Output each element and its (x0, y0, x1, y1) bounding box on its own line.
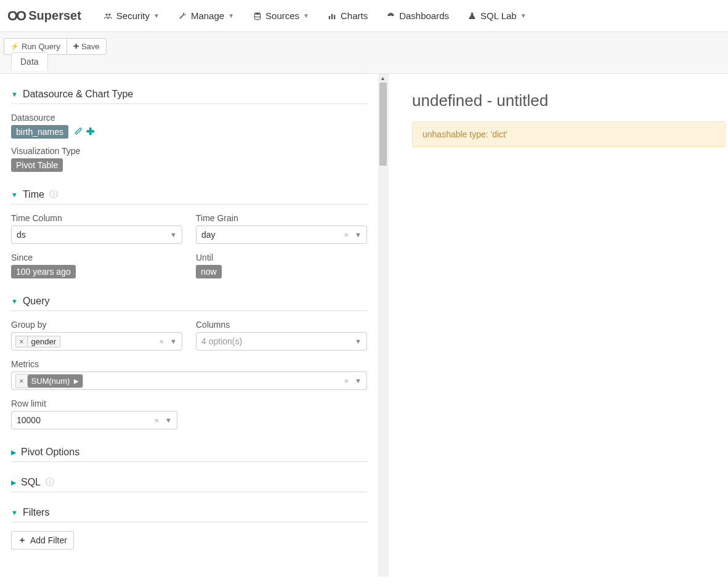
groupby-value: gender (28, 336, 60, 347)
tab-data-label: Data (20, 57, 39, 67)
chevron-down-icon[interactable]: ▼ (354, 231, 363, 238)
brand-logo-icon: OO (7, 8, 25, 24)
clear-icon[interactable]: × (342, 376, 352, 386)
navbar: OO Superset Security ▼ Manage ▼ Sources … (0, 0, 728, 32)
chevron-down-icon[interactable]: ▼ (354, 338, 363, 345)
section-pivot-title: Pivot Options (21, 447, 79, 458)
remove-tag-icon[interactable]: × (16, 376, 28, 386)
plus-icon: ＋ (18, 535, 26, 546)
edit-datasource-icon[interactable] (75, 127, 85, 137)
clear-icon[interactable]: × (342, 230, 352, 240)
error-alert: unhashable type: 'dict' (412, 121, 726, 147)
nav-charts-label: Charts (341, 10, 368, 21)
groupby-tag: × gender (15, 336, 60, 347)
metrics-select[interactable]: × SUM(num) ▶ × ▼ (11, 371, 367, 390)
nav-sqllab[interactable]: SQL Lab ▼ (460, 7, 534, 25)
columns-select[interactable]: 4 option(s) ▼ (196, 332, 367, 351)
run-query-label: Run Query (22, 42, 60, 51)
svg-rect-4 (331, 14, 333, 19)
section-datasource-header[interactable]: ▼ Datasource & Chart Type (11, 83, 367, 104)
datasource-value: birth_names (16, 127, 63, 137)
section-sql-header[interactable]: ▶ SQL ⓘ (11, 471, 367, 492)
section-datasource-title: Datasource & Chart Type (23, 89, 133, 100)
metric-badge[interactable]: SUM(num) ▶ (28, 375, 83, 387)
save-label: Save (81, 42, 100, 51)
until-value: now (201, 267, 217, 277)
until-badge[interactable]: now (196, 265, 222, 278)
tab-row: Data (11, 52, 367, 70)
nav-manage[interactable]: Manage ▼ (171, 7, 241, 25)
viz-type-label: Visualization Type (11, 146, 367, 156)
nav-sqllab-label: SQL Lab (480, 10, 517, 21)
scroll-thumb[interactable] (379, 83, 387, 166)
nav-charts[interactable]: Charts (320, 7, 375, 25)
tab-data[interactable]: Data (11, 52, 48, 71)
error-message: unhashable type: 'dict' (423, 129, 508, 139)
since-value: 100 years ago (16, 267, 71, 277)
scrollbar[interactable]: ▲ (378, 74, 388, 577)
add-filter-button[interactable]: ＋ Add Filter (11, 531, 74, 550)
nav-dashboards[interactable]: Dashboards (379, 7, 456, 25)
chevron-down-icon: ▼ (520, 12, 527, 19)
section-time-header[interactable]: ▼ Time ⓘ (11, 183, 367, 205)
svg-point-6 (390, 15, 392, 16)
viz-type-value: Pivot Table (16, 160, 58, 170)
caret-down-icon: ▼ (11, 298, 18, 305)
chevron-down-icon[interactable]: ▼ (169, 231, 178, 238)
section-time-body: Time Column ds ▼ Time Grain day × ▼ (11, 205, 367, 281)
caret-down-icon: ▼ (11, 191, 18, 198)
add-datasource-icon[interactable]: ✚ (86, 126, 94, 137)
nav-security[interactable]: Security ▼ (96, 7, 167, 25)
chevron-down-icon[interactable]: ▼ (164, 416, 173, 424)
section-time-title: Time (23, 189, 44, 200)
section-filters-title: Filters (23, 507, 50, 518)
since-badge[interactable]: 100 years ago (11, 265, 76, 278)
section-query-title: Query (23, 296, 50, 307)
section-filters-body: ＋ Add Filter (11, 522, 367, 552)
groupby-select[interactable]: × gender × ▼ (11, 332, 182, 351)
time-grain-value: day (200, 229, 339, 241)
clear-icon[interactable]: × (157, 337, 167, 346)
control-panel: ▲ Data ▼ Datasource & Chart Type Datasou… (0, 74, 388, 577)
svg-point-0 (105, 13, 108, 15)
chevron-down-icon: ▼ (228, 12, 234, 19)
plus-circle-icon: ✚ (73, 43, 79, 51)
remove-tag-icon[interactable]: × (16, 336, 28, 347)
time-column-select[interactable]: ds ▼ (11, 225, 182, 244)
brand[interactable]: OO Superset (7, 8, 81, 24)
section-filters-header[interactable]: ▼ Filters (11, 501, 367, 522)
chevron-down-icon: ▼ (153, 12, 160, 19)
dashboard-icon (386, 12, 395, 20)
caret-right-icon: ▶ (11, 448, 16, 456)
clear-icon[interactable]: × (152, 416, 162, 425)
svg-rect-5 (334, 15, 335, 19)
rowlimit-select[interactable]: 10000 × ▼ (11, 411, 177, 429)
caret-down-icon: ▼ (11, 91, 18, 98)
brand-name: Superset (28, 9, 81, 23)
rowlimit-label: Row limit (11, 399, 367, 408)
caret-down-icon: ▼ (11, 509, 18, 516)
nav-dashboards-label: Dashboards (399, 10, 449, 21)
chevron-down-icon[interactable]: ▼ (354, 377, 363, 384)
nav-sources[interactable]: Sources ▼ (245, 7, 317, 25)
info-icon[interactable]: ⓘ (49, 189, 58, 200)
scroll-up-icon[interactable]: ▲ (380, 75, 386, 81)
time-grain-select[interactable]: day × ▼ (196, 225, 367, 244)
section-query-body: Group by × gender × ▼ Columns (11, 311, 367, 432)
caret-right-icon: ▶ (74, 378, 79, 384)
section-pivot-header[interactable]: ▶ Pivot Options (11, 440, 367, 462)
info-icon[interactable]: ⓘ (46, 477, 54, 488)
datasource-badge[interactable]: birth_names (11, 125, 68, 139)
viz-type-badge[interactable]: Pivot Table (11, 158, 63, 172)
nav-manage-label: Manage (191, 10, 224, 21)
time-column-label: Time Column (11, 213, 182, 223)
time-column-value: ds (15, 229, 166, 241)
chevron-down-icon: ▼ (303, 12, 309, 19)
chevron-down-icon[interactable]: ▼ (169, 338, 178, 345)
metrics-tag: × SUM(num) ▶ (15, 374, 83, 388)
since-label: Since (11, 253, 182, 262)
nav-security-label: Security (116, 10, 150, 21)
section-query-header[interactable]: ▼ Query (11, 290, 367, 311)
database-icon (253, 12, 262, 20)
bolt-icon: ⚡ (10, 43, 19, 51)
